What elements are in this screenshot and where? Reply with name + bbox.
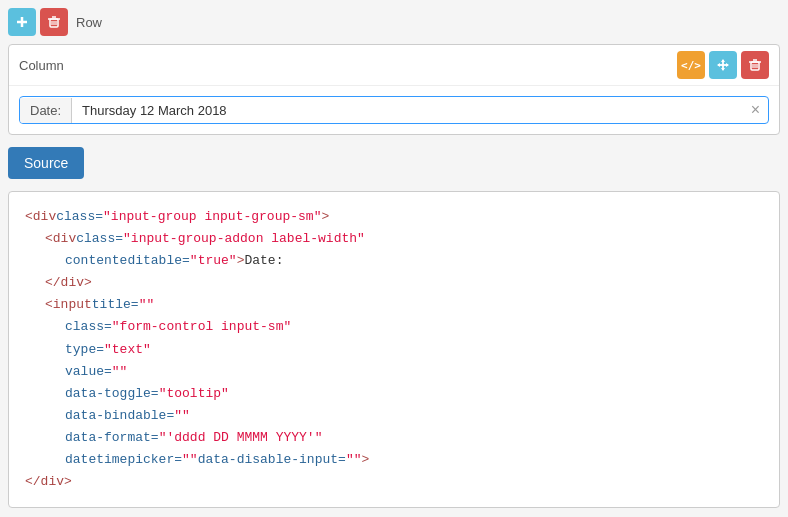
attr-contenteditable: contenteditable= [65,250,190,272]
attr-value: value= [65,361,112,383]
add-button[interactable] [8,8,36,36]
val-class-1: "input-group input-group-sm" [103,206,321,228]
attr-data-toggle: data-toggle= [65,383,159,405]
code-toggle-button[interactable]: </> [677,51,705,79]
column-header: Column </> [9,45,779,86]
tag-input-close: > [361,449,369,471]
column-body: Date: × [9,86,779,134]
code-line-6: class="form-control input-sm" [65,316,763,338]
source-button[interactable]: Source [8,147,84,179]
column-title: Column [19,58,64,73]
val-datetimepicker: "" [182,449,198,471]
column-actions: </> [677,51,769,79]
val-data-disable: "" [346,449,362,471]
attr-title: title= [92,294,139,316]
code-icon: </> [681,59,701,72]
attr-type: type= [65,339,104,361]
code-line-4: </div> [45,272,763,294]
attr-class-3: class= [65,316,112,338]
val-class-2: "input-group-addon label-width" [123,228,365,250]
val-value: "" [112,361,128,383]
attr-data-format: data-format= [65,427,159,449]
code-line-3: contenteditable="true"> Date: [65,250,763,272]
code-line-13: </div> [25,471,763,493]
date-input[interactable] [72,98,743,123]
attr-class-1: class= [56,206,103,228]
plus-icon [15,15,29,29]
val-contenteditable: "true" [190,250,237,272]
tag-open-div1: <div [25,206,56,228]
tag-close-2: > [237,250,245,272]
delete-column-button[interactable] [741,51,769,79]
trash-icon [47,15,61,29]
code-line-5: <input title="" [45,294,763,316]
svg-marker-13 [726,63,729,67]
date-text: Date: [244,250,283,272]
svg-marker-10 [721,59,725,62]
attr-class-2: class= [76,228,123,250]
code-line-10: data-bindable="" [65,405,763,427]
attr-data-disable: data-disable-input= [198,449,346,471]
val-class-3: "form-control input-sm" [112,316,291,338]
tag-close-1: > [321,206,329,228]
trash-col-icon [748,58,762,72]
val-data-toggle: "tooltip" [159,383,229,405]
tag-close-div2: </div> [45,272,92,294]
code-line-1: <div class="input-group input-group-sm"> [25,206,763,228]
delete-row-button[interactable] [40,8,68,36]
tag-close-div1: </div> [25,471,72,493]
val-data-bindable: "" [174,405,190,427]
code-line-8: value="" [65,361,763,383]
svg-marker-12 [717,63,720,67]
date-clear-button[interactable]: × [743,97,768,123]
move-button[interactable] [709,51,737,79]
code-panel: <div class="input-group input-group-sm">… [8,191,780,508]
val-title: "" [139,294,155,316]
row-label: Row [76,15,102,30]
attr-datetimepicker: datetimepicker= [65,449,182,471]
tag-open-input: <input [45,294,92,316]
top-toolbar: Row [8,8,780,36]
val-data-format: "'dddd DD MMMM YYYY'" [159,427,323,449]
code-line-9: data-toggle="tooltip" [65,383,763,405]
code-line-12: datetimepicker="" data-disable-input=""> [65,449,763,471]
svg-marker-11 [721,68,725,71]
move-icon [716,58,730,72]
date-row: Date: × [19,96,769,124]
val-type: "text" [104,339,151,361]
code-line-2: <div class="input-group-addon label-widt… [45,228,763,250]
attr-data-bindable: data-bindable= [65,405,174,427]
date-label: Date: [20,98,72,123]
tag-open-div2: <div [45,228,76,250]
code-line-7: type="text" [65,339,763,361]
code-line-11: data-format="'dddd DD MMMM YYYY'" [65,427,763,449]
column-panel: Column </> [8,44,780,135]
